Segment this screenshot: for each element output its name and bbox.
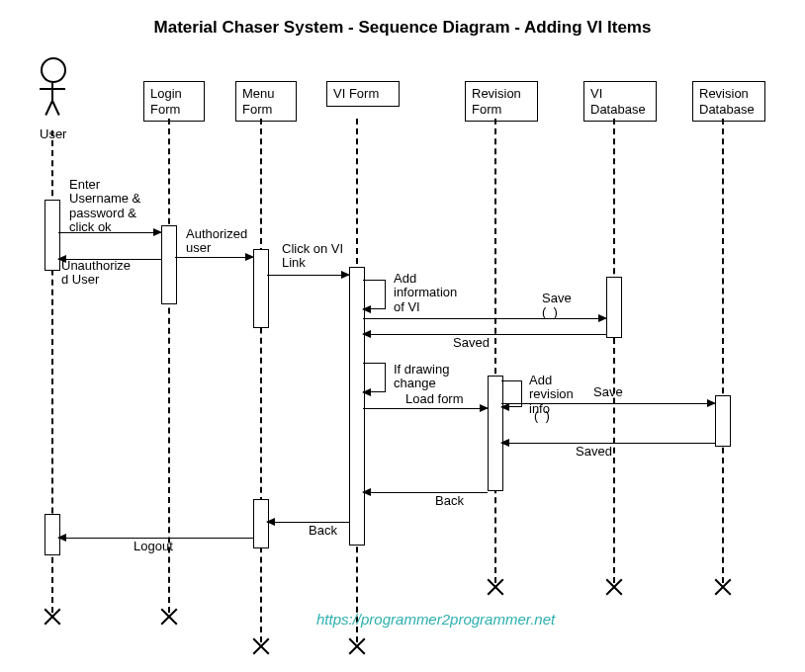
selfmsg-drawing: [363, 363, 386, 392]
destroy-revform-icon: [487, 578, 504, 596]
msg-back1: Back: [435, 494, 464, 508]
destroy-user-icon: [44, 608, 61, 626]
selfmsg-addvi: [363, 280, 386, 309]
arrow-auth: [175, 257, 253, 258]
lifeline-revdb: [722, 119, 724, 583]
actor-legs-icon: [40, 111, 65, 125]
msg-enter: Enter Username & password & click ok: [69, 178, 140, 234]
participant-vidb: VI Database: [583, 81, 657, 122]
actor-head-icon: [41, 57, 66, 83]
activation-vidb-1: [606, 277, 622, 338]
participant-login: Login Form: [143, 81, 205, 122]
destroy-menu-icon: [252, 637, 270, 655]
arrow-back1: [363, 492, 488, 493]
msg-drawing: If drawing change: [394, 363, 449, 391]
arrow-loadform: [363, 408, 488, 409]
lifeline-vidb: [613, 119, 615, 583]
participant-revdb: Revision Database: [692, 81, 765, 122]
destroy-revdb-icon: [714, 578, 732, 596]
actor-body-icon: [40, 83, 65, 111]
msg-logout: Logout: [134, 540, 173, 553]
msg-addvi: Add information of VI: [394, 272, 457, 314]
activation-menu-1: [253, 249, 269, 328]
msg-clickvi: Click on VI Link: [282, 242, 343, 271]
destroy-viform-icon: [348, 637, 366, 655]
actor-user: User: [40, 57, 66, 141]
arrow-enter: [58, 232, 161, 233]
msg-save2: Save: [593, 385, 623, 399]
arrow-clickvi: [267, 275, 349, 276]
lifeline-revform: [494, 119, 496, 583]
diagram-title: Material Chaser System - Sequence Diagra…: [0, 18, 805, 38]
msg-auth: Authorized user: [186, 227, 247, 256]
msg-saved2: Saved: [576, 445, 612, 459]
watermark-text: https://programmer2programmer.net: [316, 611, 555, 628]
msg-saved1: Saved: [453, 336, 490, 350]
activation-login-1: [161, 225, 177, 304]
msg-unauth: Unauthorize d User: [61, 259, 131, 288]
participant-menu: Menu Form: [235, 81, 297, 122]
participant-revform: Revision Form: [465, 81, 538, 122]
destroy-login-icon: [160, 608, 178, 626]
msg-save1: Save ( ): [542, 292, 572, 320]
participant-viform: VI Form: [326, 81, 400, 107]
destroy-vidb-icon: [605, 578, 623, 596]
arrow-save2: [501, 403, 715, 404]
msg-paren: ( ): [534, 409, 550, 423]
msg-back2: Back: [309, 524, 337, 538]
lifeline-menu: [260, 119, 262, 642]
activation-revdb-1: [715, 395, 731, 447]
sequence-diagram: Material Chaser System - Sequence Diagra…: [0, 0, 805, 672]
arrow-save1: [363, 318, 606, 319]
msg-loadform: Load form: [405, 392, 464, 406]
